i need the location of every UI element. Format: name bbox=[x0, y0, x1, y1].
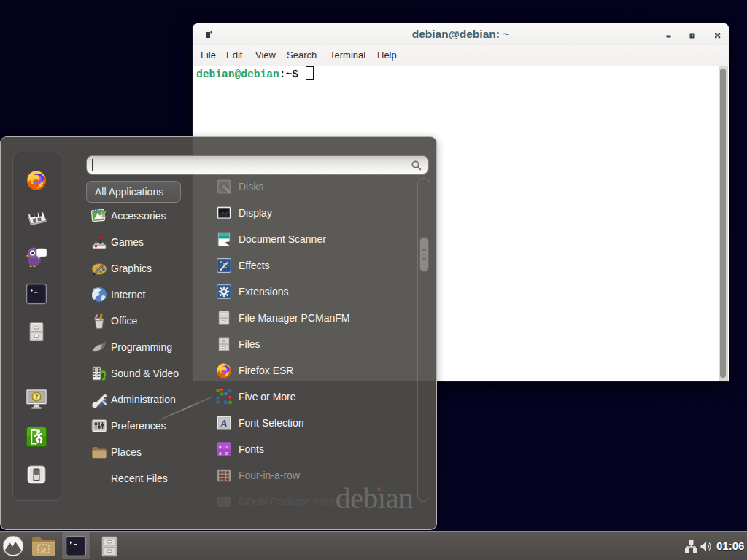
svg-text:a: a bbox=[225, 450, 228, 456]
svg-text:?: ? bbox=[35, 394, 38, 400]
svg-text:D: D bbox=[41, 546, 46, 553]
svg-text:A: A bbox=[220, 418, 228, 429]
svg-text:a: a bbox=[219, 450, 222, 456]
